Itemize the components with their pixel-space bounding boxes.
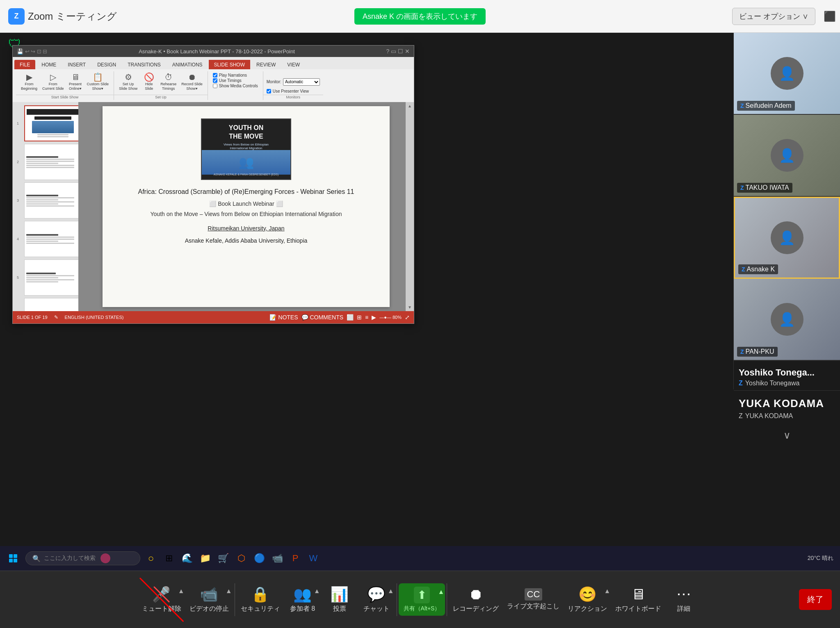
participant-badge-1: Z Seifudein Adem [737, 101, 795, 111]
avatar-3: 👤 [771, 221, 803, 254]
share-arrow-icon[interactable]: ▲ [438, 588, 445, 596]
tab-transitions[interactable]: TRANSITIONS [122, 60, 166, 69]
participants-arrow-icon[interactable]: ▲ [314, 587, 320, 595]
taskbar-btn-poll[interactable]: 📊 投票 [321, 582, 358, 617]
zoom-slider[interactable]: —●— 80% [379, 315, 402, 320]
taskbar-app-windows[interactable]: ⊞ [162, 551, 176, 566]
slide-thumb-1[interactable] [24, 105, 78, 141]
slide-thumb-3[interactable] [24, 182, 78, 218]
captions-icon: CC [525, 588, 543, 601]
slide1-asnake-text: Asnake Kefale, Addis Ababa University, E… [115, 237, 377, 244]
tab-view[interactable]: VIEW [282, 60, 305, 69]
ribbon-btn-record[interactable]: ⏺ Record SlideShow▾ [180, 71, 204, 91]
chevron-down-icon[interactable]: ∨ [734, 426, 840, 444]
taskbar-app-folder[interactable]: 📁 [198, 551, 212, 566]
taskbar-divider-1 [235, 583, 235, 616]
view-outline-icon[interactable]: ⊞ [357, 314, 362, 321]
slide1-webinar-text: ⬜ Book Launch Webinar ⬜ [115, 200, 377, 207]
ribbon-btn-from-current[interactable]: ▷ FromCurrent Slide [41, 71, 66, 91]
ribbon-tabs: FILE HOME INSERT DESIGN TRANSITIONS ANIM… [13, 57, 414, 69]
tab-review[interactable]: REVIEW [251, 60, 281, 69]
taskbar-btn-mute[interactable]: 🎤 ミュート解除 ▲ [138, 582, 185, 617]
chat-arrow-icon[interactable]: ▲ [388, 587, 394, 595]
taskbar-app-explorer[interactable]: ○ [144, 551, 158, 566]
taskbar-end-button[interactable]: 終了 [799, 589, 832, 610]
video-arrow-icon[interactable]: ▲ [226, 587, 232, 595]
view-slideshow-icon[interactable]: ▶ [372, 314, 376, 321]
tab-animations[interactable]: ANIMATIONS [167, 60, 208, 69]
ppt-window: 💾 ↩ ↪ ⊡ ⊟ Asnake-K • Book Launch Webinar… [12, 45, 414, 324]
statusbar-right: 📝 NOTES 💬 COMMENTS ⬜ ⊞ ≡ ▶ —●— 80% ⤢ [269, 314, 410, 321]
checkbox-media-controls[interactable]: Show Media Controls [213, 84, 258, 88]
slide1-book-title: YOUTH ONTHE MOVE [229, 124, 263, 141]
slide-thumb-2[interactable] [24, 144, 78, 180]
taskbar-btn-participants[interactable]: 👥 参加者 8 ▲ [284, 582, 321, 617]
tab-insert[interactable]: INSERT [62, 60, 91, 69]
taskbar-app-word[interactable]: W [306, 551, 321, 566]
zoom-logo: Z Zoom ミーティング [8, 8, 117, 25]
monitor-select[interactable]: Automatic [283, 78, 320, 86]
win-taskbar: 🔍 ここに入力して検索 ○ ⊞ 🌊 📁 🛒 ⬡ 🔵 📹 P [0, 546, 840, 571]
taskbar-btn-recording[interactable]: ⏺ レコーディング [449, 582, 503, 617]
notes-icon[interactable]: 📝 NOTES [269, 314, 298, 321]
reaction-arrow-icon[interactable]: ▲ [604, 587, 611, 595]
slide-thumb-6[interactable] [24, 298, 78, 311]
participant-badge-3: Z Asnake K [738, 264, 778, 274]
search-icon: 🔍 [32, 555, 41, 562]
ribbon-btn-custom-slide[interactable]: 📋 Custom SlideShow▾ [85, 71, 111, 91]
taskbar-app-game[interactable]: ⬡ [234, 551, 249, 566]
taskbar-app-store[interactable]: 🛒 [216, 551, 231, 566]
slide1-ritsu-text: Ritsumeikan University, Japan [115, 225, 377, 232]
taskbar-btn-share[interactable]: ⬆ 共有（Alt+S） ▲ [399, 583, 445, 616]
taskbar-app-powerpoint[interactable]: P [288, 551, 303, 566]
slide1-youth-text: Youth on the Move – Views from Below on … [115, 211, 377, 217]
search-placeholder: ここに入力して検索 [44, 555, 96, 562]
avatar-2: 👤 [771, 139, 803, 172]
fit-icon[interactable]: ⤢ [405, 314, 410, 321]
taskbar-btn-chat[interactable]: 💬 チャット ▲ [358, 582, 395, 617]
share-icon: ⬆ [414, 587, 430, 603]
comments-icon[interactable]: 💬 COMMENTS [301, 314, 344, 321]
tab-file[interactable]: FILE [14, 60, 35, 69]
ribbon-btn-from-beginning[interactable]: ▶ FromBeginning [19, 71, 39, 91]
checkbox-timings[interactable]: Use Timings [213, 78, 258, 83]
thumb-wrapper-4: 4 [24, 221, 75, 257]
ppt-titlebar-title: Asnake-K • Book Launch Webinar PPT - 78-… [47, 48, 386, 55]
taskbar-app-zoom[interactable]: 📹 [270, 551, 285, 566]
taskbar-btn-more[interactable]: ⋯ 詳細 [665, 582, 702, 617]
slide-thumb-5[interactable] [24, 259, 78, 296]
mute-arrow-icon[interactable]: ▲ [178, 587, 185, 595]
taskbar-btn-captions[interactable]: CC ライブ文字起こし [503, 585, 564, 614]
tab-slideshow[interactable]: SLIDE SHOW [209, 60, 250, 69]
taskbar-btn-whiteboard[interactable]: 🖥 ホワイトボード [611, 582, 665, 617]
mic-icon: 🎤 [152, 586, 171, 603]
tab-design[interactable]: DESIGN [92, 60, 121, 69]
slide-scroll-right[interactable]: ▲ ▼ [406, 102, 414, 311]
taskbar-btn-reaction[interactable]: 😊 リアクション ▲ [564, 582, 611, 617]
taskbar-app-chrome[interactable]: 🔵 [252, 551, 267, 566]
ppt-statusbar: SLIDE 1 OF 19 ✎ ENGLISH (UNITED STATES) … [13, 311, 414, 323]
statusbar-left: SLIDE 1 OF 19 ✎ ENGLISH (UNITED STATES) [17, 314, 123, 320]
ribbon-btn-setup[interactable]: ⚙ Set UpSlide Show [117, 71, 139, 91]
ribbon-btn-hide[interactable]: 🚫 HideSlide [141, 71, 157, 91]
view-normal-icon[interactable]: ⬜ [347, 314, 354, 321]
view-reading-icon[interactable]: ≡ [365, 314, 368, 321]
ribbon-btn-rehearse[interactable]: ⏱ RehearseTimings [159, 71, 178, 91]
tab-home[interactable]: HOME [36, 60, 62, 69]
thumb-wrapper-6: 6 [24, 298, 75, 311]
slide-content-area: YOUTH ONTHE MOVE Views from Below on Eth… [78, 102, 414, 311]
ppt-window-controls[interactable]: ? ▭ ☐ ✕ [386, 48, 410, 55]
zoom-topbar: Z Zoom ミーティング Asnake K の画面を表示しています ビュー オ… [0, 0, 840, 33]
win-start-button[interactable] [4, 549, 22, 567]
win-search-bar[interactable]: 🔍 ここに入力して検索 [25, 551, 140, 565]
checkbox-narrations[interactable]: Play Narrations [213, 73, 258, 77]
language-label: ENGLISH (UNITED STATES) [65, 315, 124, 320]
ribbon-btn-present-online[interactable]: 🖥 PresentOnline▾ [67, 71, 84, 91]
slide-thumb-4[interactable] [24, 221, 78, 257]
presenter-view-check[interactable]: Use Presenter View [267, 89, 309, 93]
taskbar-btn-video[interactable]: 📹 ビデオの停止 ▲ [185, 582, 233, 617]
taskbar-btn-security[interactable]: 🔒 セキュリティ [237, 582, 284, 617]
taskbar-app-edge[interactable]: 🌊 [180, 551, 194, 566]
view-options-button[interactable]: ビュー オプション ∨ [732, 8, 815, 25]
more-icon: ⋯ [676, 586, 691, 603]
